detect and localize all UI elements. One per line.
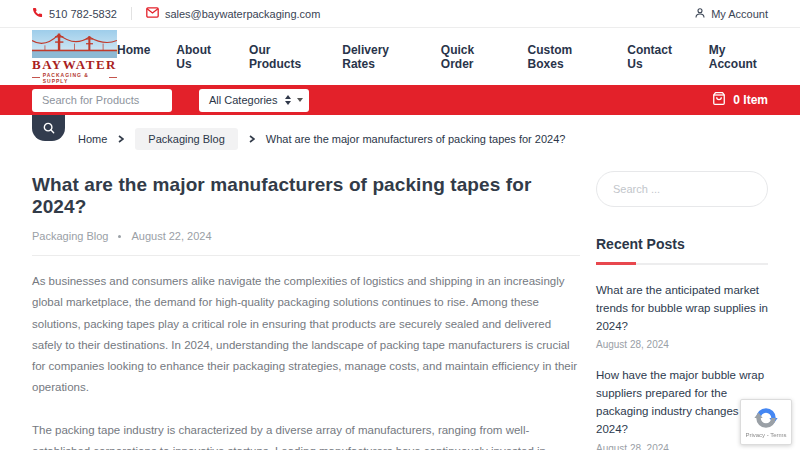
content-divider (32, 255, 580, 256)
nav-my-account[interactable]: My Account (709, 43, 768, 71)
recent-post-item[interactable]: What are the anticipated market trends f… (596, 282, 768, 350)
recent-post-date: August 28, 2024 (596, 339, 768, 350)
chevron-right-icon (118, 135, 124, 143)
phone-link[interactable]: 510 782-5832 (32, 7, 117, 20)
main-area: What are the major manufacturers of pack… (0, 158, 800, 450)
recent-posts-rule (596, 263, 768, 265)
main-nav: Home About Us Our Products Delivery Rate… (117, 43, 768, 71)
article-paragraph: The packing tape industry is characteriz… (32, 420, 580, 450)
logo-name: BAYWATER (32, 58, 117, 72)
topbar: 510 782-5832 sales@baywaterpackaging.com… (0, 0, 800, 28)
cart-count-label: 0 Item (733, 93, 768, 107)
topbar-divider (131, 7, 132, 20)
nav-contact-us[interactable]: Contact Us (627, 43, 683, 71)
logo-tagline-row: PACKAGING & SUPPLY (32, 72, 117, 84)
product-search-bar: All Categories 0 Item (0, 85, 800, 115)
shopping-bag-icon (712, 91, 726, 109)
recent-post-title[interactable]: What are the anticipated market trends f… (596, 282, 768, 335)
recaptcha-badge[interactable]: Privacy - Terms (740, 399, 792, 445)
nav-quick-order[interactable]: Quick Order (441, 43, 502, 71)
breadcrumb-home[interactable]: Home (78, 133, 107, 145)
nav-custom-boxes[interactable]: Custom Boxes (528, 43, 602, 71)
site-header: BAYWATER PACKAGING & SUPPLY Home About U… (0, 28, 800, 85)
breadcrumb-current-page: What are the major manufacturers of pack… (266, 133, 566, 145)
recent-posts-heading: Recent Posts (596, 236, 768, 252)
nav-about-us[interactable]: About Us (176, 43, 223, 71)
breadcrumb-packaging-blog[interactable]: Packaging Blog (135, 128, 237, 150)
topbar-account-label: My Account (711, 8, 768, 20)
search-submit-button[interactable] (32, 115, 65, 141)
page-title: What are the major manufacturers of pack… (32, 174, 580, 218)
search-icon (42, 121, 56, 135)
topbar-account[interactable]: My Account (694, 7, 768, 21)
nav-our-products[interactable]: Our Products (249, 43, 316, 71)
select-arrows-icon (285, 95, 291, 105)
category-select[interactable]: All Categories (199, 89, 309, 112)
category-selected-value: All Categories (209, 94, 285, 106)
breadcrumb: Home Packaging Blog What are the major m… (0, 115, 800, 158)
bridge-logo-image (32, 30, 117, 58)
article-meta: Packaging Blog August 22, 2024 (32, 230, 580, 242)
logo-tagline: PACKAGING & SUPPLY (43, 72, 107, 84)
article-category[interactable]: Packaging Blog (32, 230, 108, 242)
nav-delivery-rates[interactable]: Delivery Rates (342, 43, 415, 71)
nav-home[interactable]: Home (117, 43, 150, 71)
mail-icon (146, 7, 159, 20)
site-logo[interactable]: BAYWATER PACKAGING & SUPPLY (32, 30, 117, 84)
article-date: August 22, 2024 (131, 230, 211, 242)
phone-icon (32, 7, 43, 20)
blog-search-input[interactable] (596, 171, 768, 207)
cart-button[interactable]: 0 Item (712, 91, 768, 109)
phone-number: 510 782-5832 (49, 8, 117, 20)
chevron-right-icon (249, 135, 255, 143)
recaptcha-privacy-terms[interactable]: Privacy - Terms (745, 432, 786, 438)
email-link[interactable]: sales@baywaterpackaging.com (146, 7, 320, 20)
meta-separator-dot (118, 235, 121, 238)
chevron-down-icon (297, 98, 303, 102)
email-address: sales@baywaterpackaging.com (165, 8, 320, 20)
article: What are the major manufacturers of pack… (32, 158, 580, 450)
product-search-input[interactable] (32, 89, 172, 112)
user-icon (694, 7, 706, 21)
recaptcha-icon (754, 406, 778, 430)
article-paragraph: As businesses and consumers alike naviga… (32, 271, 580, 399)
